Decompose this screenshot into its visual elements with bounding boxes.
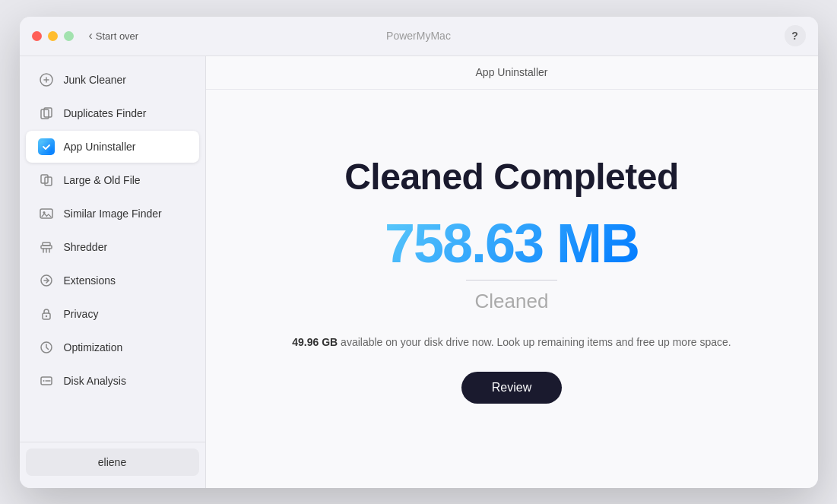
cleaned-label: Cleaned	[475, 290, 549, 313]
user-button[interactable]: eliene	[26, 449, 199, 476]
sidebar-item-similar-image-finder[interactable]: Similar Image Finder	[26, 198, 199, 230]
shredder-label: Shredder	[64, 241, 108, 253]
divider	[466, 280, 557, 281]
sidebar: Junk Cleaner Duplicates Finder	[20, 56, 206, 488]
large-old-file-label: Large & Old File	[64, 174, 141, 186]
app-uninstaller-label: App Uninstaller	[64, 141, 136, 153]
sidebar-item-large-old-file[interactable]: Large & Old File	[26, 164, 199, 196]
cleaned-completed-heading: Cleaned Completed	[344, 156, 679, 198]
shredder-icon	[38, 239, 55, 255]
maximize-button[interactable]	[64, 31, 74, 41]
sidebar-item-optimization[interactable]: Optimization	[26, 331, 199, 363]
panel-title: App Uninstaller	[476, 66, 548, 78]
minimize-button[interactable]	[48, 31, 58, 41]
similar-image-icon	[38, 205, 55, 222]
close-button[interactable]	[32, 31, 42, 41]
user-section: eliene	[20, 442, 205, 482]
sidebar-item-app-uninstaller[interactable]: App Uninstaller	[26, 131, 199, 163]
chevron-left-icon: ‹	[89, 29, 93, 43]
help-label: ?	[791, 30, 798, 42]
user-name: eliene	[98, 456, 126, 468]
extensions-icon	[38, 272, 55, 289]
junk-cleaner-icon	[38, 71, 55, 88]
start-over-label: Start over	[96, 30, 138, 42]
traffic-lights	[32, 31, 74, 41]
content-panel: App Uninstaller Cleaned Completed 758.63…	[206, 56, 818, 488]
svg-point-7	[43, 211, 45, 214]
titlebar: ‹ Start over PowerMyMac ?	[20, 17, 818, 56]
app-window: ‹ Start over PowerMyMac ? Junk Cle	[20, 17, 818, 488]
optimization-label: Optimization	[64, 341, 123, 353]
sidebar-item-privacy[interactable]: Privacy	[26, 298, 199, 330]
privacy-icon	[38, 306, 55, 322]
nav-items: Junk Cleaner Duplicates Finder	[20, 62, 205, 442]
optimization-icon	[38, 339, 55, 356]
start-over-button[interactable]: ‹ Start over	[89, 29, 139, 43]
sidebar-item-disk-analysis[interactable]: Disk Analysis	[26, 365, 199, 397]
duplicates-finder-label: Duplicates Finder	[64, 107, 147, 119]
panel-title-bar: App Uninstaller	[206, 56, 818, 90]
disk-info: 49.96 GB available on your disk drive no…	[292, 334, 731, 350]
duplicates-finder-icon	[38, 105, 55, 122]
app-uninstaller-icon	[38, 138, 55, 155]
app-title: PowerMyMac	[386, 30, 451, 42]
large-old-file-icon	[38, 172, 55, 189]
svg-point-12	[45, 315, 46, 316]
disk-analysis-label: Disk Analysis	[64, 375, 126, 387]
review-label: Review	[492, 381, 531, 394]
extensions-label: Extensions	[64, 274, 116, 287]
sidebar-item-shredder[interactable]: Shredder	[26, 231, 199, 263]
svg-rect-3	[40, 141, 52, 153]
sidebar-item-duplicates-finder[interactable]: Duplicates Finder	[26, 97, 199, 129]
privacy-label: Privacy	[64, 308, 99, 320]
sidebar-item-extensions[interactable]: Extensions	[26, 265, 199, 296]
main-content: Junk Cleaner Duplicates Finder	[20, 56, 818, 488]
sidebar-item-junk-cleaner[interactable]: Junk Cleaner	[26, 64, 199, 96]
svg-rect-9	[43, 242, 50, 246]
svg-point-15	[43, 380, 44, 382]
help-button[interactable]: ?	[785, 25, 806, 46]
cleaned-size-value: 758.63 MB	[385, 216, 639, 271]
review-button[interactable]: Review	[461, 372, 562, 404]
disk-analysis-icon	[38, 372, 55, 389]
junk-cleaner-label: Junk Cleaner	[64, 74, 127, 86]
disk-info-bold: 49.96 GB	[292, 336, 338, 348]
result-area: Cleaned Completed 758.63 MB Cleaned 49.9…	[292, 156, 731, 404]
similar-image-label: Similar Image Finder	[64, 208, 162, 220]
disk-info-text: available on your disk drive now. Look u…	[338, 336, 731, 348]
